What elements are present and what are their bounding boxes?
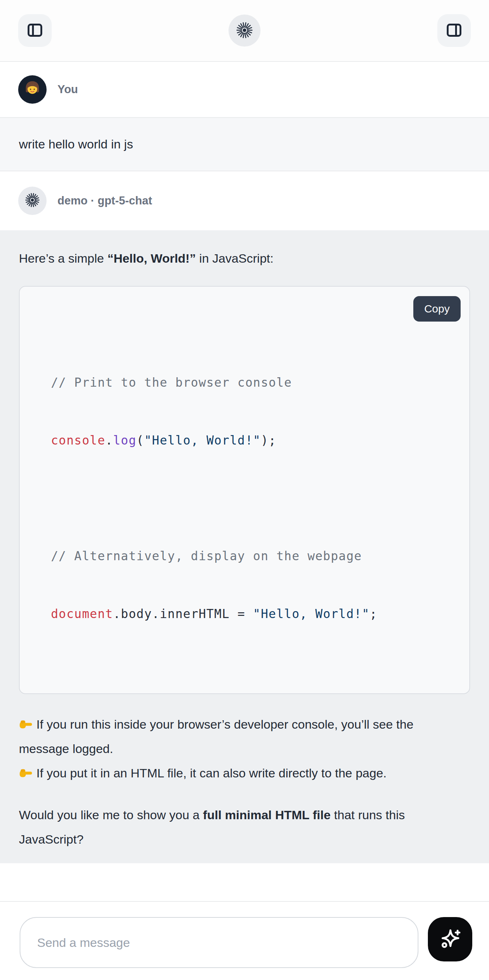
pointing-right-hand-icon	[19, 717, 33, 731]
note-paragraph: If you run this inside your browser’s de…	[19, 712, 437, 785]
code-line: console.log("Hello, World!");	[51, 431, 455, 450]
user-message-bubble: write hello world in js	[0, 117, 489, 171]
starburst-icon	[24, 192, 40, 210]
question-paragraph: Would you like me to show you a full min…	[19, 803, 437, 851]
code-block: Copy // Print to the browser console con…	[19, 286, 470, 694]
panel-left-icon	[26, 21, 44, 40]
assistant-message-header: demo · gpt-5-chat	[0, 171, 489, 230]
assistant-avatar	[18, 187, 46, 215]
top-bar	[0, 0, 489, 62]
person-emoji-icon	[23, 80, 41, 99]
chat-screen: { "topbar": { "left_icon": "panel-left",…	[0, 0, 489, 980]
sparkles-icon	[438, 927, 462, 952]
note-line: If you run this inside your browser’s de…	[19, 718, 413, 756]
code-line: // Alternatively, display on the webpage	[51, 546, 455, 566]
note-line: If you put it in an HTML file, it can al…	[19, 766, 387, 780]
composer-bar	[0, 901, 489, 980]
copy-button[interactable]: Copy	[413, 296, 460, 321]
sidebar-toggle-button[interactable]	[18, 14, 52, 47]
user-message-header: You	[0, 62, 489, 117]
assistant-name-label: demo · gpt-5-chat	[57, 194, 152, 207]
code-line: // Print to the browser console	[51, 373, 455, 392]
chat-scroll-area[interactable]	[0, 863, 489, 901]
panel-toggle-button[interactable]	[437, 14, 471, 47]
message-input[interactable]	[20, 917, 419, 968]
model-status-button[interactable]	[228, 14, 261, 46]
user-avatar	[18, 75, 46, 104]
user-message-text: write hello world in js	[19, 137, 133, 151]
user-name-label: You	[57, 83, 78, 96]
panel-right-icon	[445, 21, 463, 40]
code-line-blank	[51, 488, 455, 508]
pointing-right-hand-icon	[19, 766, 33, 780]
send-button[interactable]	[428, 917, 472, 961]
assistant-message-body: Here’s a simple “Hello, World!” in JavaS…	[0, 230, 489, 863]
code-line: document.body.innerHTML = "Hello, World!…	[51, 604, 455, 624]
starburst-icon	[236, 21, 253, 40]
intro-paragraph: Here’s a simple “Hello, World!” in JavaS…	[19, 246, 437, 270]
